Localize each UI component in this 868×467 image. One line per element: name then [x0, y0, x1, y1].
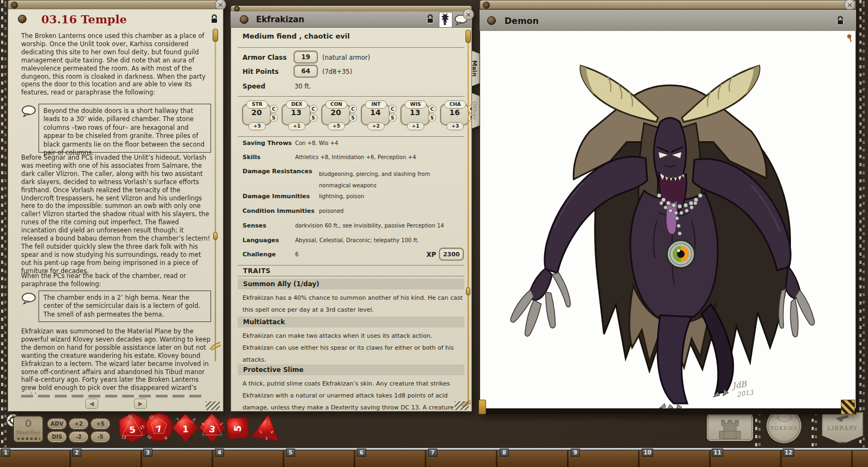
ability-con[interactable]: CON 20 +5 C S: [321, 100, 359, 132]
npc-token-thumbnail[interactable]: [439, 12, 452, 28]
plus5-button[interactable]: +5: [91, 419, 110, 429]
check-button[interactable]: C: [388, 105, 397, 113]
modifier-box[interactable]: 0 Modifier: [14, 416, 42, 441]
window-knob-icon[interactable]: [483, 2, 490, 9]
image-window-titlebar[interactable]: [480, 0, 856, 9]
ability-wis[interactable]: WIS 13 +1 C S: [400, 100, 438, 132]
d6-die[interactable]: 5: [225, 415, 251, 441]
npc-title: Ekfrakizan: [256, 15, 304, 24]
d8-die[interactable]: 3 5 1: [198, 412, 226, 443]
dis-button[interactable]: DIS: [48, 432, 66, 442]
save-button[interactable]: S: [309, 113, 317, 122]
check-button[interactable]: C: [349, 105, 357, 113]
xp-value-box[interactable]: 2300: [439, 248, 464, 261]
ability-score[interactable]: 13: [282, 108, 311, 117]
ability-mod[interactable]: +2: [367, 122, 385, 130]
demon-artwork: JdB 2013: [496, 31, 844, 410]
hotbar-slot-9[interactable]: 9: [571, 449, 580, 457]
story-window-body: 03.16 Temple The Broken Lanterns once us…: [8, 9, 224, 412]
check-button[interactable]: C: [428, 105, 436, 113]
leather-seam-left: [0, 0, 8, 467]
ability-mod[interactable]: +1: [407, 122, 424, 130]
hotbar-slot-8[interactable]: 8: [500, 449, 509, 457]
prev-page-button[interactable]: ◀: [85, 399, 98, 409]
story-paragraph-2: Before Segnar and PCs invaded the Unlit’…: [21, 154, 212, 275]
minus5-button[interactable]: -5: [91, 432, 110, 442]
lock-icon[interactable]: [210, 14, 219, 24]
ability-mod[interactable]: +5: [328, 122, 345, 130]
ability-abbr: CHA: [444, 100, 466, 109]
image-radial-knob-icon[interactable]: [487, 16, 496, 25]
pushpin-icon[interactable]: [847, 34, 852, 43]
save-button[interactable]: S: [270, 113, 278, 122]
npc-window: Ekfrakizan × Main Other Medium fiend , c…: [231, 5, 472, 412]
lock-icon[interactable]: [426, 14, 435, 24]
npc-radial-knob-icon[interactable]: [240, 15, 248, 24]
hotbar-slot-6[interactable]: 6: [357, 449, 366, 457]
tower-button[interactable]: [707, 414, 753, 441]
scrollbar-track[interactable]: [215, 35, 216, 361]
skills-label: Skills: [242, 154, 260, 161]
hp-value-box[interactable]: 64: [293, 65, 318, 78]
story-radial-knob-icon[interactable]: [18, 15, 27, 23]
resize-grip[interactable]: [206, 401, 220, 410]
ability-mod[interactable]: +1: [288, 122, 305, 130]
languages-value: Abyssal, Celestial, Draconic; telepathy …: [295, 237, 419, 243]
speech-bubble-icon[interactable]: [21, 105, 36, 117]
speech-bubble-icon[interactable]: [21, 293, 36, 305]
hotbar-slot-12[interactable]: 12: [783, 449, 794, 457]
image-title: Demon: [505, 16, 539, 26]
hotbar-slot-11[interactable]: 11: [712, 449, 723, 457]
image-canvas[interactable]: JdB 2013: [480, 31, 856, 410]
ability-score[interactable]: 16: [440, 108, 469, 117]
next-page-button[interactable]: ▶: [134, 399, 147, 409]
check-button[interactable]: C: [309, 105, 317, 113]
check-button[interactable]: C: [270, 105, 278, 113]
mini-demon-token-icon: [439, 12, 451, 26]
resize-grip[interactable]: [455, 401, 469, 410]
ability-abbr: DEX: [286, 100, 308, 109]
d12-die[interactable]: 7 11 10 8: [144, 412, 174, 443]
hotbar-slot-7[interactable]: 7: [428, 449, 437, 457]
ac-value-box[interactable]: 19: [293, 51, 318, 64]
save-button[interactable]: S: [388, 113, 397, 122]
senses-value: darkvision 60 ft., see invisibility, pas…: [295, 223, 444, 229]
npc-header[interactable]: Ekfrakizan: [231, 11, 472, 28]
saving-throws-label: Saving Throws: [242, 140, 292, 147]
ability-mod[interactable]: +3: [446, 122, 464, 130]
ability-dex[interactable]: DEX 13 +1 C S: [282, 100, 320, 132]
scrollbar-thumb[interactable]: [213, 232, 218, 240]
trait-name: Summon Ally (1/day): [238, 279, 464, 289]
scrollbar-thumb[interactable]: [466, 287, 470, 295]
hp-label: Hit Points: [242, 68, 279, 75]
ability-score[interactable]: 20: [321, 108, 350, 117]
library-button[interactable]: LIBRARY: [820, 411, 865, 444]
window-knob-icon[interactable]: [11, 2, 18, 9]
scrollbar-track[interactable]: [468, 33, 469, 402]
ability-str[interactable]: STR 20 +5 C S: [242, 100, 280, 132]
ability-score[interactable]: 14: [361, 108, 390, 117]
ability-mod[interactable]: +5: [248, 122, 266, 130]
hotbar-slot-10[interactable]: 10: [642, 449, 653, 457]
cannon-icon: [834, 413, 851, 422]
ability-abbr: STR: [246, 100, 268, 109]
ability-score[interactable]: 20: [242, 108, 271, 117]
d10-die[interactable]: 1 7 3: [171, 413, 200, 442]
save-button[interactable]: S: [428, 113, 436, 122]
frame-corner-bottom-right[interactable]: [841, 400, 855, 414]
image-header[interactable]: Demon: [480, 9, 856, 32]
adv-button[interactable]: ADV: [48, 419, 66, 429]
npc-close-button[interactable]: ×: [463, 9, 474, 20]
plus2-button[interactable]: +2: [69, 419, 88, 429]
ability-score[interactable]: 13: [400, 108, 430, 117]
save-button[interactable]: S: [349, 113, 357, 122]
d4-die[interactable]: 2 4 3: [251, 413, 282, 442]
lock-icon[interactable]: [836, 15, 845, 26]
story-window-titlebar[interactable]: [8, 0, 224, 9]
minus2-button[interactable]: -2: [69, 432, 88, 442]
image-window: × Demon: [480, 0, 856, 414]
d20-die[interactable]: 5 18 15 13: [117, 412, 148, 443]
modifier-value: 0: [15, 418, 42, 430]
ability-int[interactable]: INT 14 +2 C S: [361, 100, 399, 132]
modifier-stitches: [17, 438, 40, 440]
